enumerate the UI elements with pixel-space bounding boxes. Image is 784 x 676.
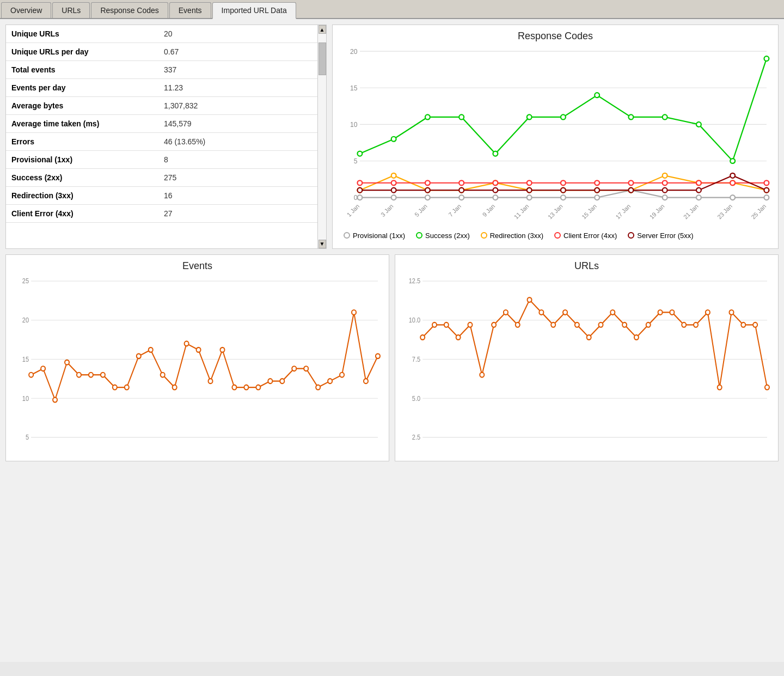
- legend-label: Client Error (4xx): [564, 232, 617, 240]
- stats-row: Provisional (1xx)8: [6, 151, 326, 169]
- response-codes-title: Response Codes: [338, 31, 773, 42]
- svg-point-46: [696, 122, 701, 127]
- legend-label: Provisional (1xx): [353, 232, 405, 240]
- stats-row: Redirection (3xx)16: [6, 187, 326, 205]
- svg-point-158: [658, 309, 663, 314]
- tab-response-codes[interactable]: Response Codes: [91, 2, 168, 18]
- legend-item: Redirection (3xx): [481, 232, 543, 240]
- svg-text:15 Jan: 15 Jan: [580, 203, 598, 220]
- svg-point-142: [468, 322, 472, 327]
- stats-row: Client Error (4xx)27: [6, 205, 326, 223]
- urls-chart-container: URLs 2.55.07.510.012.5: [395, 254, 779, 461]
- svg-point-98: [29, 372, 33, 377]
- svg-point-110: [173, 385, 177, 389]
- stat-value: 27: [158, 205, 326, 223]
- svg-point-143: [480, 372, 484, 377]
- svg-point-28: [527, 195, 532, 200]
- urls-svg: 2.55.07.510.012.5: [401, 275, 773, 455]
- svg-text:10: 10: [22, 394, 29, 402]
- svg-point-166: [753, 322, 757, 327]
- svg-point-65: [459, 180, 464, 185]
- svg-point-124: [340, 372, 344, 377]
- svg-text:1 Jan: 1 Jan: [346, 203, 361, 218]
- svg-text:20: 20: [22, 316, 29, 324]
- tab-events[interactable]: Events: [169, 2, 211, 18]
- events-chart-area: 510152025: [11, 275, 383, 455]
- svg-point-73: [730, 180, 735, 185]
- svg-point-99: [41, 366, 45, 371]
- legend-item: Client Error (4xx): [554, 232, 617, 240]
- response-codes-svg: 051015201 Jan3 Jan5 Jan7 Jan9 Jan11 Jan1…: [338, 45, 773, 228]
- stat-value: 275: [158, 169, 326, 187]
- svg-point-35: [764, 195, 769, 200]
- stat-label: Errors: [6, 133, 158, 151]
- svg-point-139: [432, 322, 437, 327]
- svg-point-119: [280, 379, 284, 383]
- svg-point-70: [628, 180, 633, 185]
- events-chart-title: Events: [11, 260, 383, 272]
- svg-point-83: [628, 188, 633, 193]
- svg-text:9 Jan: 9 Jan: [481, 203, 497, 218]
- top-section: Unique URLs20Unique URLs per day0.67Tota…: [5, 25, 779, 249]
- stat-value: 145,579: [158, 115, 326, 133]
- svg-point-82: [595, 188, 599, 193]
- stats-row: Total events337: [6, 61, 326, 79]
- scrollbar[interactable]: ▲ ▼: [317, 25, 326, 248]
- svg-point-120: [292, 366, 296, 371]
- svg-point-153: [598, 322, 603, 327]
- svg-point-118: [268, 379, 272, 383]
- svg-point-74: [764, 180, 769, 185]
- svg-point-115: [232, 385, 236, 389]
- svg-point-103: [89, 372, 93, 377]
- stats-row: Unique URLs20: [6, 25, 326, 43]
- svg-point-45: [663, 114, 667, 119]
- tab-bar: Overview URLs Response Codes Events Impo…: [0, 0, 784, 19]
- stats-table: Unique URLs20Unique URLs per day0.67Tota…: [6, 25, 326, 223]
- tab-overview[interactable]: Overview: [1, 2, 51, 18]
- svg-point-78: [459, 188, 464, 193]
- stat-value: 8: [158, 151, 326, 169]
- scroll-thumb[interactable]: [318, 42, 326, 75]
- svg-text:7.5: 7.5: [412, 355, 420, 363]
- svg-point-27: [493, 195, 498, 200]
- svg-point-48: [764, 56, 769, 61]
- svg-point-126: [364, 379, 368, 383]
- svg-text:11 Jan: 11 Jan: [513, 203, 530, 220]
- stat-value: 11.23: [158, 79, 326, 97]
- scroll-up-arrow[interactable]: ▲: [318, 25, 326, 34]
- svg-point-87: [764, 188, 769, 193]
- svg-point-38: [425, 114, 430, 119]
- svg-point-145: [504, 309, 508, 314]
- stats-row: Average bytes1,307,832: [6, 97, 326, 115]
- stats-row: Unique URLs per day0.67: [6, 43, 326, 61]
- svg-point-112: [197, 347, 201, 352]
- svg-point-155: [622, 322, 627, 327]
- svg-point-85: [696, 188, 701, 193]
- stats-row: Success (2xx)275: [6, 169, 326, 187]
- svg-point-102: [77, 372, 81, 377]
- svg-point-43: [595, 93, 599, 98]
- svg-point-68: [561, 180, 566, 185]
- svg-point-37: [391, 137, 396, 142]
- svg-point-113: [209, 379, 213, 383]
- stat-label: Success (2xx): [6, 169, 158, 187]
- svg-point-157: [646, 322, 651, 327]
- stat-label: Total events: [6, 61, 158, 79]
- events-chart-container: Events 510152025: [5, 254, 389, 461]
- stat-value: 16: [158, 187, 326, 205]
- svg-text:10.0: 10.0: [409, 316, 420, 324]
- svg-point-30: [595, 195, 599, 200]
- svg-point-25: [425, 195, 430, 200]
- tab-imported-url-data[interactable]: Imported URL Data: [212, 2, 296, 19]
- stats-row: Average time taken (ms)145,579: [6, 115, 326, 133]
- svg-point-67: [527, 180, 532, 185]
- svg-point-58: [663, 173, 667, 178]
- svg-point-154: [610, 309, 615, 314]
- scroll-down-arrow[interactable]: ▼: [318, 240, 326, 248]
- svg-point-33: [696, 195, 701, 200]
- response-codes-chart-container: Response Codes 051015201 Jan3 Jan5 Jan7 …: [332, 25, 779, 249]
- svg-point-23: [357, 195, 362, 200]
- tab-urls[interactable]: URLs: [52, 2, 90, 18]
- svg-point-152: [587, 334, 591, 339]
- svg-text:7 Jan: 7 Jan: [447, 203, 462, 218]
